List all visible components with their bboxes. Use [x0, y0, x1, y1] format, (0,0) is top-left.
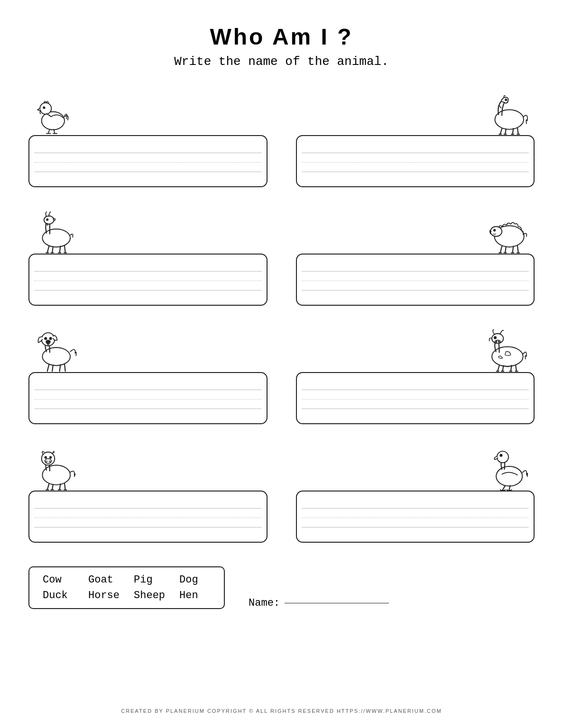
svg-point-47 — [50, 456, 51, 458]
animal-item-goat — [28, 201, 268, 306]
animal-item-horse — [296, 83, 535, 187]
svg-line-7 — [500, 128, 501, 134]
word-duck: Duck — [43, 590, 74, 601]
word-dog: Dog — [179, 574, 211, 586]
sheep-icon — [481, 209, 535, 254]
sheep-write-box[interactable] — [296, 254, 535, 306]
svg-point-49 — [46, 461, 47, 462]
svg-line-33 — [65, 364, 65, 372]
svg-point-50 — [49, 461, 50, 462]
dog-write-box[interactable] — [28, 372, 268, 424]
svg-line-14 — [47, 246, 49, 253]
svg-point-28 — [49, 337, 51, 339]
horse-image-container — [296, 83, 535, 135]
svg-point-2 — [43, 107, 45, 108]
svg-line-15 — [52, 246, 53, 253]
dog-image-container — [28, 320, 268, 372]
svg-line-22 — [505, 246, 506, 253]
svg-line-41 — [503, 366, 504, 371]
svg-line-30 — [47, 364, 49, 371]
duck-image-container — [296, 438, 535, 491]
svg-point-5 — [495, 109, 523, 129]
svg-line-3 — [48, 129, 49, 134]
svg-line-52 — [52, 484, 53, 490]
svg-point-44 — [42, 465, 70, 484]
subtitle: Write the name of the animal. — [174, 55, 388, 69]
svg-point-19 — [490, 227, 502, 237]
svg-line-43 — [516, 365, 517, 371]
animal-item-sheep — [296, 201, 535, 306]
svg-point-1 — [40, 103, 51, 114]
horse-icon — [481, 90, 535, 135]
pig-write-box[interactable] — [28, 491, 268, 543]
footer: CREATED BY PLANERIUM COPYRIGHT © ALL RIG… — [121, 699, 442, 719]
svg-line-10 — [517, 128, 518, 134]
svg-point-38 — [496, 341, 497, 342]
svg-point-39 — [498, 341, 499, 342]
svg-point-13 — [46, 219, 48, 220]
word-goat: Goat — [88, 574, 120, 586]
hen-write-box[interactable] — [28, 135, 268, 187]
animal-item-duck — [296, 438, 535, 543]
cow-image-container — [296, 320, 535, 372]
dog-icon — [28, 327, 82, 372]
svg-line-31 — [52, 365, 53, 371]
svg-line-17 — [65, 246, 65, 253]
svg-point-12 — [44, 216, 54, 224]
svg-line-8 — [505, 129, 506, 134]
animal-item-dog — [28, 320, 268, 424]
word-hen: Hen — [179, 590, 211, 601]
svg-line-21 — [500, 246, 501, 253]
svg-point-25 — [42, 347, 70, 365]
duck-write-box[interactable] — [296, 491, 535, 543]
name-field-container: Name: — [249, 588, 389, 609]
svg-point-20 — [494, 229, 495, 231]
goat-write-box[interactable] — [28, 254, 268, 306]
svg-point-55 — [496, 466, 522, 486]
duck-icon — [481, 446, 535, 491]
bottom-section: Cow Goat Pig Dog Duck Horse Sheep Hen Na… — [28, 566, 535, 609]
sheep-image-container — [296, 201, 535, 254]
hen-icon — [28, 90, 78, 135]
svg-point-27 — [45, 337, 46, 339]
svg-point-36 — [494, 337, 496, 338]
name-underline[interactable] — [285, 603, 389, 603]
page-title: Who Am I ? — [210, 24, 353, 50]
cow-icon — [477, 327, 535, 372]
pig-icon — [28, 446, 82, 491]
horse-write-box[interactable] — [296, 135, 535, 187]
animal-item-pig — [28, 438, 268, 543]
pig-image-container — [28, 438, 268, 491]
word-cow: Cow — [43, 574, 74, 586]
word-bank: Cow Goat Pig Dog Duck Horse Sheep Hen — [28, 566, 225, 609]
svg-point-6 — [505, 99, 507, 100]
animal-grid — [28, 83, 535, 543]
hen-image-container — [28, 83, 268, 135]
svg-point-46 — [45, 456, 46, 458]
svg-point-57 — [500, 455, 502, 456]
svg-line-40 — [498, 365, 499, 371]
word-pig: Pig — [134, 574, 165, 586]
svg-point-34 — [492, 346, 523, 366]
animal-item-cow — [296, 320, 535, 424]
svg-line-51 — [47, 484, 49, 490]
goat-image-container — [28, 201, 268, 254]
word-sheep: Sheep — [134, 590, 165, 601]
cow-write-box[interactable] — [296, 372, 535, 424]
animal-item-hen — [28, 83, 268, 187]
svg-line-58 — [503, 486, 505, 490]
word-horse: Horse — [88, 590, 120, 601]
goat-icon — [28, 209, 82, 254]
svg-line-24 — [517, 246, 518, 253]
svg-line-54 — [65, 483, 65, 490]
svg-point-56 — [497, 451, 508, 463]
name-label: Name: — [249, 597, 280, 609]
